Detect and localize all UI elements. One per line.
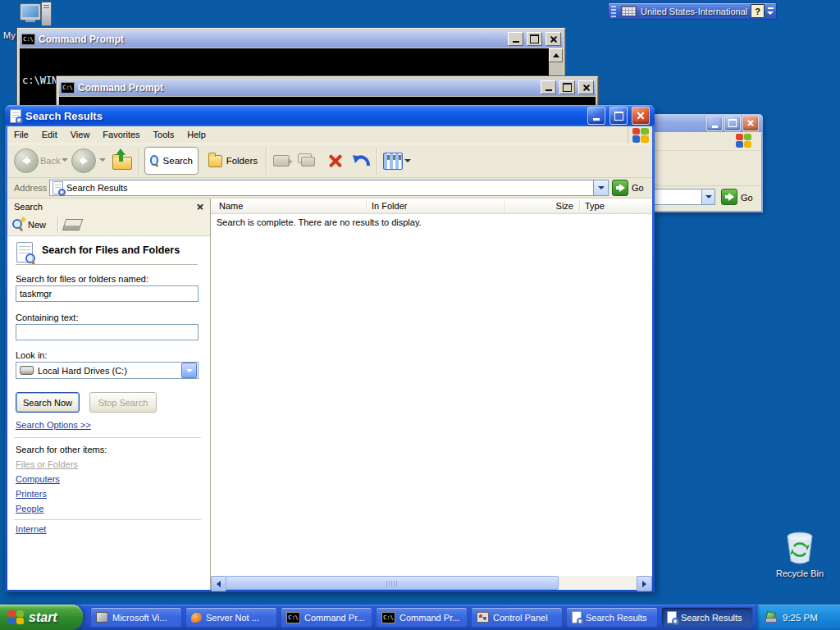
close-icon bbox=[747, 120, 755, 127]
copy-to-button[interactable] bbox=[298, 152, 317, 168]
app-icon bbox=[477, 612, 489, 623]
forward-dropdown-icon[interactable] bbox=[99, 158, 106, 162]
combo-dropdown-button[interactable] bbox=[701, 189, 714, 204]
up-button[interactable] bbox=[112, 150, 134, 171]
address-combo[interactable] bbox=[651, 189, 715, 205]
views-button[interactable] bbox=[383, 153, 403, 170]
scroll-up-button[interactable] bbox=[549, 48, 563, 62]
search-pane-title: Search bbox=[14, 202, 196, 212]
maximize-button[interactable] bbox=[559, 80, 575, 94]
minimize-button[interactable] bbox=[541, 80, 556, 94]
column-in-folder[interactable]: In Folder bbox=[372, 201, 407, 211]
chevron-down-icon bbox=[186, 369, 193, 372]
menu-file[interactable]: File bbox=[7, 126, 35, 144]
look-in-value: Local Hard Drives (C:) bbox=[38, 366, 177, 376]
close-button[interactable] bbox=[546, 32, 561, 46]
undo-button[interactable] bbox=[350, 150, 372, 171]
titlebar[interactable]: Search Results bbox=[5, 105, 655, 126]
horizontal-scrollbar[interactable] bbox=[211, 576, 652, 590]
go-label[interactable]: Go bbox=[741, 193, 753, 203]
minimize-button[interactable] bbox=[706, 116, 723, 131]
named-label: Search for files or folders named: bbox=[16, 274, 148, 284]
minimize-button[interactable] bbox=[508, 32, 523, 46]
task-search-results-1[interactable]: Search Results bbox=[566, 607, 658, 628]
views-dropdown-icon[interactable] bbox=[404, 159, 411, 162]
column-name[interactable]: Name bbox=[219, 201, 243, 211]
maximize-button[interactable] bbox=[527, 32, 542, 46]
scroll-left-button[interactable] bbox=[211, 576, 226, 591]
move-to-button[interactable] bbox=[273, 152, 293, 168]
task-command-prompt-2[interactable]: C:\ Command Pr... bbox=[376, 607, 468, 628]
scrollbar-thumb[interactable] bbox=[226, 576, 559, 590]
address-icon bbox=[52, 181, 63, 194]
search-options-link[interactable]: Search Options >> bbox=[16, 420, 91, 430]
combo-dropdown-button[interactable] bbox=[181, 363, 197, 378]
language-bar-grip[interactable] bbox=[611, 6, 616, 17]
search-results-icon bbox=[572, 611, 582, 623]
named-input[interactable] bbox=[16, 285, 199, 302]
combo-dropdown-button[interactable] bbox=[593, 180, 608, 195]
cmd2-titlebar[interactable]: C:\ Command Prompt bbox=[59, 79, 596, 96]
my-computer-icon[interactable] bbox=[20, 2, 54, 30]
link-people[interactable]: People bbox=[16, 504, 43, 514]
delete-button[interactable] bbox=[326, 151, 345, 171]
column-type[interactable]: Type bbox=[585, 201, 605, 211]
menu-edit[interactable]: Edit bbox=[35, 126, 64, 144]
back-dropdown-icon[interactable] bbox=[62, 158, 68, 162]
bg-client: Go bbox=[651, 132, 761, 211]
cmd1-titlebar[interactable]: C:\ Command Prompt bbox=[20, 30, 563, 48]
delete-x-icon bbox=[328, 153, 344, 169]
minimize-button[interactable] bbox=[587, 107, 605, 125]
containing-input[interactable] bbox=[16, 324, 199, 340]
task-server-not[interactable]: Server Not ... bbox=[185, 607, 277, 628]
close-button[interactable] bbox=[578, 80, 594, 94]
link-files-or-folders[interactable]: Files or Folders bbox=[16, 459, 78, 469]
task-control-panel[interactable]: Control Panel bbox=[471, 607, 563, 628]
window-title: Search Results bbox=[25, 110, 583, 122]
stop-search-button[interactable]: Stop Search bbox=[89, 392, 157, 413]
bg-titlebar[interactable] bbox=[650, 114, 763, 132]
task-search-results-2[interactable]: Search Results bbox=[661, 607, 753, 628]
close-button[interactable] bbox=[632, 107, 650, 125]
language-bar[interactable]: United States-International ? bbox=[608, 2, 777, 20]
close-icon bbox=[637, 112, 646, 121]
look-in-combo[interactable]: Local Hard Drives (C:) bbox=[16, 362, 199, 379]
menu-tools[interactable]: Tools bbox=[147, 126, 181, 144]
background-window[interactable]: Go bbox=[650, 114, 763, 212]
column-size[interactable]: Size bbox=[506, 201, 573, 211]
go-button[interactable] bbox=[721, 189, 737, 205]
maximize-button[interactable] bbox=[724, 116, 741, 131]
menu-help[interactable]: Help bbox=[180, 126, 212, 144]
bg-menubar[interactable] bbox=[651, 132, 761, 151]
search-results-window[interactable]: Search Results File Edit View Favorites … bbox=[5, 105, 655, 592]
search-toggle-button[interactable]: Search bbox=[144, 147, 199, 175]
search-files-icon bbox=[16, 242, 33, 262]
scroll-up-icon bbox=[553, 53, 559, 57]
link-computers[interactable]: Computers bbox=[16, 474, 60, 484]
close-button[interactable] bbox=[742, 116, 759, 131]
close-pane-icon[interactable] bbox=[196, 203, 203, 210]
recycle-bin-icon[interactable] bbox=[782, 529, 818, 567]
task-microsoft-vi[interactable]: Microsoft Vi... bbox=[90, 607, 182, 628]
link-printers[interactable]: Printers bbox=[16, 489, 47, 499]
eraser-icon[interactable] bbox=[62, 219, 84, 231]
menu-favorites[interactable]: Favorites bbox=[96, 126, 146, 144]
language-options-button[interactable] bbox=[765, 3, 776, 19]
help-button[interactable]: ? bbox=[751, 4, 765, 18]
task-command-prompt-1[interactable]: C:\ Command Pr... bbox=[281, 607, 372, 628]
link-internet[interactable]: Internet bbox=[16, 524, 46, 534]
start-button[interactable]: start bbox=[0, 605, 83, 630]
tray-icon[interactable] bbox=[765, 612, 776, 623]
go-label[interactable]: Go bbox=[632, 183, 644, 193]
toolbar: Back Search Folders bbox=[7, 144, 652, 178]
go-button[interactable] bbox=[612, 180, 628, 196]
forward-button[interactable] bbox=[71, 148, 96, 173]
search-now-button[interactable]: Search Now bbox=[16, 392, 80, 413]
folders-button[interactable]: Folders bbox=[204, 147, 262, 175]
back-button[interactable] bbox=[14, 148, 39, 173]
address-combo[interactable]: Search Results bbox=[49, 180, 609, 196]
maximize-button[interactable] bbox=[609, 107, 628, 125]
new-search-button[interactable]: New bbox=[12, 219, 46, 231]
menu-view[interactable]: View bbox=[64, 126, 97, 144]
scroll-right-button[interactable] bbox=[637, 576, 652, 591]
